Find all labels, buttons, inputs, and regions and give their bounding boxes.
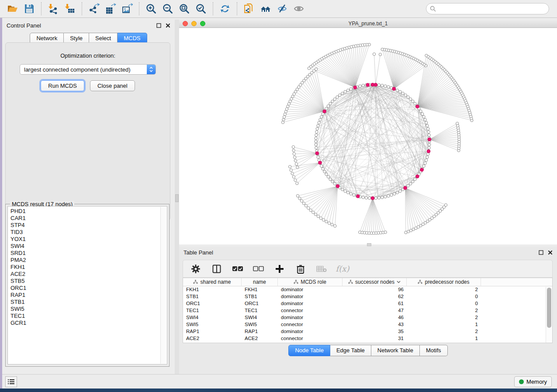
open-session-button[interactable]	[4, 1, 21, 16]
deselect-all-button[interactable]	[252, 262, 265, 275]
table-row[interactable]: ACE2ACE2connector311	[183, 335, 552, 342]
run-mcds-button[interactable]: Run MCDS	[41, 80, 84, 91]
home-networks-button[interactable]	[257, 1, 274, 16]
float-panel-icon[interactable]	[539, 250, 543, 255]
export-table-button[interactable]	[102, 1, 119, 16]
mcds-result-item[interactable]: CAR1	[10, 215, 167, 222]
zoom-in-button[interactable]	[143, 1, 159, 16]
zoom-fit-icon	[179, 3, 190, 14]
table-row[interactable]: RAP1RAP1dominator352	[183, 328, 552, 335]
close-window-button[interactable]	[183, 21, 188, 26]
export-network-button[interactable]	[86, 1, 102, 16]
table-cell: connector	[278, 342, 343, 343]
network-window: YPA_prune.txt_1	[179, 20, 557, 244]
tab-node-table[interactable]: Node Table	[288, 345, 330, 356]
task-history-button[interactable]	[5, 376, 17, 387]
table-scrollbar-thumb[interactable]	[547, 288, 551, 328]
mcds-result-item[interactable]: PMA2	[10, 257, 167, 264]
table-row[interactable]: TEC1TEC1connector472	[183, 307, 552, 314]
control-panel-titlebar: Control Panel	[2, 20, 175, 31]
column-header-predecessor-nodes[interactable]: predecessor nodes	[407, 278, 481, 286]
search-icon	[430, 6, 436, 12]
mcds-result-item[interactable]: RAP1	[10, 292, 167, 299]
import-table-button[interactable]	[62, 1, 78, 16]
vertical-splitter[interactable]	[175, 20, 179, 375]
table-row[interactable]: ORC1ORC1dominator610	[183, 300, 552, 307]
tab-edge-table[interactable]: Edge Table	[330, 345, 371, 356]
network-canvas[interactable]	[179, 28, 557, 244]
search-input[interactable]	[426, 3, 549, 14]
delete-column-button[interactable]	[294, 262, 307, 275]
network-graph	[179, 28, 557, 244]
table-header-row: shared name name MCDS role successor nod…	[183, 278, 552, 286]
mcds-result-item[interactable]: FKH1	[10, 264, 167, 271]
mcds-result-item[interactable]: ACE2	[10, 271, 167, 278]
mcds-result-item[interactable]: SWI5	[10, 306, 167, 313]
table-cell: 1	[407, 321, 481, 328]
refresh-icon	[219, 3, 231, 14]
table-panel-titlebar: Table Panel	[179, 247, 557, 258]
table-row[interactable]: SWI5SWI5connector431	[183, 321, 552, 328]
add-column-button[interactable]	[273, 262, 286, 275]
table-cell: 2	[407, 286, 481, 293]
tab-motifs[interactable]: Motifs	[420, 345, 448, 356]
float-panel-icon[interactable]	[156, 23, 161, 28]
apply-function-button[interactable]: f(x)	[336, 262, 349, 275]
result-scrollbar[interactable]	[160, 207, 166, 364]
export-image-icon	[121, 3, 133, 14]
birdseye-view-button[interactable]	[291, 1, 307, 16]
export-image-button[interactable]	[119, 1, 135, 16]
splitter-grip[interactable]	[367, 243, 371, 246]
minimize-window-button[interactable]	[191, 21, 197, 26]
column-header-name[interactable]: name	[242, 278, 278, 286]
close-panel-icon[interactable]	[548, 250, 553, 255]
column-header-shared-name[interactable]: shared name	[183, 278, 242, 286]
table-row[interactable]: SWI4SWI4dominator462	[183, 314, 552, 321]
table-row[interactable]: FKH1FKH1dominator962	[183, 286, 552, 293]
hide-graphics-details-button[interactable]	[274, 1, 291, 16]
close-panel-button[interactable]: Close panel	[90, 80, 135, 91]
mcds-result-item[interactable]: TID3	[10, 229, 167, 236]
column-settings-button[interactable]	[189, 262, 202, 275]
criterion-select[interactable]: largest connected component (undirected)	[20, 64, 156, 75]
column-header-mcds-role[interactable]: MCDS role	[278, 278, 343, 286]
mcds-result-item[interactable]: TEC1	[10, 313, 167, 320]
tab-network-table[interactable]: Network Table	[371, 345, 420, 356]
import-network-button[interactable]	[45, 1, 62, 16]
split-view-button[interactable]	[210, 262, 223, 275]
table-cell: FKH1	[242, 286, 278, 293]
select-all-button[interactable]	[231, 262, 244, 275]
memory-label: Memory	[526, 378, 547, 385]
mcds-result-list[interactable]: PHD1CAR1STP4TID3YOX1SWI4SRD1PMA2FKH1ACE2…	[7, 206, 167, 364]
toolbar-separator	[237, 2, 237, 15]
table-cell: dominator	[278, 286, 343, 293]
zoom-fit-button[interactable]	[176, 1, 193, 16]
mcds-result-item[interactable]: ORC1	[10, 285, 167, 292]
delete-table-button[interactable]	[315, 262, 328, 275]
close-panel-icon[interactable]	[166, 23, 170, 28]
mcds-result-item[interactable]: STB5	[10, 278, 167, 285]
maximize-window-button[interactable]	[200, 21, 205, 26]
zoom-selected-button[interactable]	[193, 1, 209, 16]
share-document-icon	[243, 3, 255, 14]
mcds-result-item[interactable]: SRD1	[10, 250, 167, 257]
mcds-result-item[interactable]: YOX1	[10, 236, 167, 243]
mcds-result-item[interactable]: PHD1	[10, 208, 167, 215]
mcds-result-item[interactable]: STP4	[10, 222, 167, 229]
splitter-grip[interactable]	[175, 194, 179, 202]
table-row[interactable]: YOX1YOX1connector291	[183, 342, 552, 343]
save-session-button[interactable]	[21, 1, 38, 16]
column-header-successor-nodes[interactable]: successor nodes	[343, 278, 407, 286]
table-scrollbar[interactable]	[546, 287, 552, 343]
mcds-result-item[interactable]: SWI4	[10, 243, 167, 250]
mcds-result-item[interactable]: STB1	[10, 299, 167, 306]
mcds-result-item[interactable]: GCR1	[10, 320, 167, 327]
zoom-out-button[interactable]	[159, 1, 176, 16]
share-document-button[interactable]	[241, 1, 257, 16]
table-cell: 61	[343, 300, 407, 307]
refresh-button[interactable]	[217, 1, 233, 16]
memory-button[interactable]: Memory	[514, 376, 552, 387]
table-row[interactable]: STB1STB1dominator620	[183, 293, 552, 300]
table-cell: TEC1	[242, 307, 278, 314]
network-titlebar[interactable]: YPA_prune.txt_1	[179, 20, 557, 28]
